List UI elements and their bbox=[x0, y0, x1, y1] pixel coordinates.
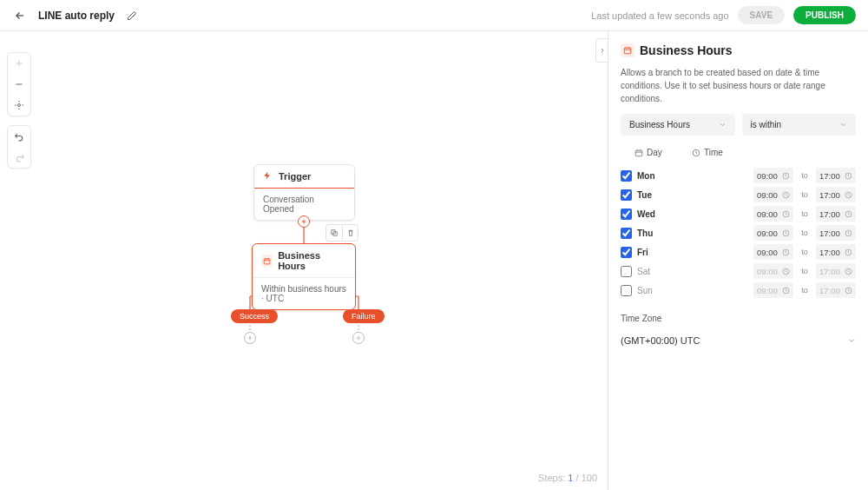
clock-icon bbox=[692, 149, 700, 157]
day-header-label: Day bbox=[647, 148, 662, 157]
timezone-value: (GMT+00:00) UTC bbox=[621, 335, 700, 346]
start-time-mon[interactable]: 09:00 bbox=[753, 168, 793, 183]
svg-rect-12 bbox=[635, 150, 642, 156]
workflow-title: LINE auto reply bbox=[38, 10, 115, 22]
end-time-mon[interactable]: 17:00 bbox=[816, 168, 856, 183]
day-checkbox-thu[interactable] bbox=[621, 228, 632, 239]
calendar-icon bbox=[635, 149, 643, 157]
day-checkbox-tue[interactable] bbox=[621, 189, 632, 201]
add-success-step-button[interactable] bbox=[244, 332, 256, 344]
copy-node-button[interactable] bbox=[326, 225, 342, 241]
panel-title-text: Business Hours bbox=[640, 43, 733, 57]
end-time-sat: 17:00 bbox=[816, 263, 856, 279]
end-time-tue[interactable]: 17:00 bbox=[816, 187, 856, 202]
timezone-select[interactable]: (GMT+00:00) UTC bbox=[621, 332, 856, 349]
zoom-group bbox=[7, 52, 31, 116]
fit-view-button[interactable] bbox=[8, 95, 30, 116]
dropdown-row: Business Hours is within bbox=[621, 114, 856, 136]
day-label-thu: Thu bbox=[637, 228, 665, 238]
type-dropdown-value: Business Hours bbox=[629, 120, 690, 129]
add-step-button[interactable] bbox=[298, 215, 310, 228]
to-label: to bbox=[799, 209, 811, 218]
chevron-down-icon bbox=[839, 121, 847, 129]
end-time-sun: 17:00 bbox=[816, 282, 856, 298]
redo-button[interactable] bbox=[8, 147, 30, 168]
steps-current: 1 bbox=[568, 473, 573, 483]
trigger-node-title: Trigger bbox=[279, 171, 311, 182]
schedule-row-mon: Mon09:00to17:00 bbox=[621, 166, 856, 185]
start-time-tue[interactable]: 09:00 bbox=[753, 187, 793, 202]
day-checkbox-mon[interactable] bbox=[621, 170, 632, 182]
day-label-sat: Sat bbox=[637, 267, 665, 276]
history-group bbox=[7, 125, 31, 169]
zoom-in-button[interactable] bbox=[8, 53, 30, 74]
end-time-fri[interactable]: 17:00 bbox=[816, 244, 856, 260]
day-label-mon: Mon bbox=[637, 171, 665, 181]
chevron-down-icon bbox=[847, 336, 856, 345]
trigger-node[interactable]: Trigger Conversation Opened bbox=[253, 164, 355, 221]
panel-description: Allows a branch to be created based on d… bbox=[621, 66, 856, 105]
schedule-rows: Mon09:00to17:00Tue09:00to17:00Wed09:00to… bbox=[621, 166, 856, 300]
publish-button[interactable]: PUBLISH bbox=[793, 6, 856, 24]
panel-title: Business Hours bbox=[621, 43, 856, 57]
to-label: to bbox=[799, 267, 811, 275]
start-time-thu[interactable]: 09:00 bbox=[753, 225, 793, 241]
panel-collapse-button[interactable] bbox=[595, 38, 608, 63]
end-time-thu[interactable]: 17:00 bbox=[816, 225, 856, 241]
to-label: to bbox=[799, 228, 811, 237]
end-time-wed[interactable]: 17:00 bbox=[816, 206, 856, 222]
day-checkbox-sun[interactable] bbox=[621, 285, 632, 296]
schedule-row-tue: Tue09:00to17:00 bbox=[621, 185, 856, 204]
time-column-header: Time bbox=[692, 148, 723, 157]
day-label-sun: Sun bbox=[637, 286, 665, 295]
success-branch-label[interactable]: Success bbox=[231, 309, 278, 323]
main: Trigger Conversation Opened bbox=[0, 31, 868, 490]
svg-rect-10 bbox=[264, 258, 270, 263]
day-checkbox-fri[interactable] bbox=[621, 247, 632, 258]
business-hours-node-header: Business Hours bbox=[253, 244, 355, 277]
business-hours-node-body: Within business hours · UTC bbox=[253, 278, 355, 309]
edit-title-button[interactable] bbox=[125, 9, 139, 23]
condition-dropdown[interactable]: is within bbox=[742, 114, 857, 136]
undo-button[interactable] bbox=[8, 126, 30, 147]
day-label-tue: Tue bbox=[637, 190, 665, 200]
header-right: Last updated a few seconds ago SAVE PUBL… bbox=[591, 6, 856, 24]
day-checkbox-wed[interactable] bbox=[621, 209, 632, 220]
schedule-row-fri: Fri09:00to17:00 bbox=[621, 242, 856, 262]
schedule-row-thu: Thu09:00to17:00 bbox=[621, 223, 856, 242]
steps-total: / 100 bbox=[576, 473, 597, 483]
svg-rect-11 bbox=[624, 48, 631, 54]
bolt-icon bbox=[263, 171, 273, 182]
delete-node-button[interactable] bbox=[342, 225, 358, 241]
business-hours-node[interactable]: Business Hours Within business hours · U… bbox=[252, 243, 356, 310]
schedule-row-sat: Sat09:00to17:00 bbox=[621, 262, 856, 281]
schedule-header: Day Time bbox=[621, 148, 856, 157]
type-dropdown[interactable]: Business Hours bbox=[621, 114, 735, 136]
steps-prefix: Steps: bbox=[538, 473, 565, 483]
day-label-wed: Wed bbox=[637, 209, 665, 219]
start-time-wed[interactable]: 09:00 bbox=[753, 206, 793, 222]
failure-branch-label[interactable]: Failure bbox=[343, 309, 385, 323]
header-left: LINE auto reply bbox=[12, 8, 139, 23]
schedule-row-wed: Wed09:00to17:00 bbox=[621, 204, 856, 223]
zoom-out-button[interactable] bbox=[8, 74, 30, 95]
back-button[interactable] bbox=[12, 8, 28, 23]
add-failure-step-button[interactable] bbox=[352, 332, 365, 344]
time-header-label: Time bbox=[704, 148, 723, 157]
to-label: to bbox=[799, 171, 811, 180]
steps-counter: Steps: 1 / 100 bbox=[538, 473, 597, 483]
to-label: to bbox=[799, 190, 811, 199]
canvas-toolbar bbox=[7, 52, 31, 169]
start-time-sat: 09:00 bbox=[753, 263, 793, 279]
business-hours-node-title: Business Hours bbox=[278, 250, 346, 271]
config-panel: Business Hours Allows a branch to be cre… bbox=[608, 31, 868, 490]
workflow-canvas[interactable]: Trigger Conversation Opened bbox=[0, 31, 608, 490]
start-time-sun: 09:00 bbox=[753, 282, 793, 298]
svg-point-0 bbox=[18, 104, 21, 107]
calendar-icon bbox=[261, 255, 273, 267]
condition-dropdown-value: is within bbox=[751, 120, 782, 129]
day-checkbox-sat[interactable] bbox=[621, 266, 632, 277]
start-time-fri[interactable]: 09:00 bbox=[753, 244, 793, 260]
to-label: to bbox=[799, 286, 811, 295]
timezone-label: Time Zone bbox=[621, 314, 856, 323]
